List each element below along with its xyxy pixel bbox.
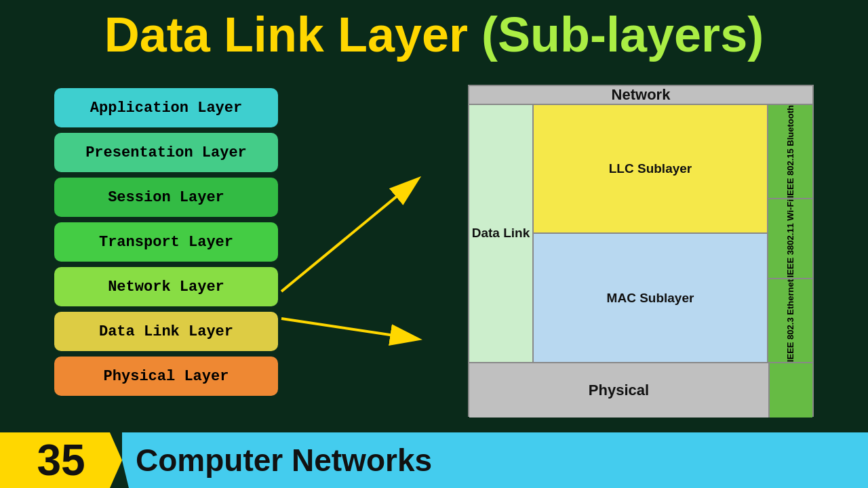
page-title: Data Link Layer (Sub-layers) [0,7,868,62]
physical-row: Physical [469,363,768,418]
osi-layers-list: Application Layer Presentation Layer Ses… [54,88,278,396]
datalink-label: Data Link [469,105,534,362]
ieee-wifi-label: IEEE 3802.11 Wi-Fi [785,199,796,278]
network-label: Network [612,86,671,104]
ieee-column: IEEE 802.15 Bluetooth IEEE 3802.11 Wi-Fi… [768,105,812,362]
layer-transport[interactable]: Transport Layer [54,222,278,262]
ieee-bluetooth-label: IEEE 802.15 Bluetooth [785,105,796,198]
ieee-wifi-section: IEEE 3802.11 Wi-Fi [768,199,812,279]
bottom-bar: 35 Computer Networks [0,432,868,488]
course-name: Computer Networks [122,432,868,488]
layer-network[interactable]: Network Layer [54,267,278,306]
layer-physical[interactable]: Physical Layer [54,357,278,396]
mac-sublayer: MAC Sublayer [534,234,767,361]
ieee-ethernet-label: IEEE 802.3 Ethernet [785,279,796,362]
layer-presentation[interactable]: Presentation Layer [54,133,278,172]
episode-number: 35 [0,432,122,488]
datalink-area: Data Link LLC Sublayer MAC Sublayer IEEE… [469,105,812,362]
network-row: Network [469,86,812,105]
layer-session[interactable]: Session Layer [54,178,278,217]
sublayers-column: LLC Sublayer MAC Sublayer [534,105,768,362]
llc-sublayer: LLC Sublayer [534,105,767,234]
ieee-ethernet-physical [768,363,812,418]
ieee-bluetooth-section: IEEE 802.15 Bluetooth [768,105,812,199]
layer-application[interactable]: Application Layer [54,88,278,127]
svg-line-1 [281,180,417,291]
ieee-ethernet-section: IEEE 802.3 Ethernet [768,279,812,362]
title-main: Data Link Layer [104,7,468,62]
layer-datalink[interactable]: Data Link Layer [54,312,278,351]
svg-line-2 [281,319,417,339]
sublayer-diagram: Network Data Link LLC Sublayer MAC Subla… [468,85,814,417]
title-sub: (Sub-layers) [481,7,764,62]
